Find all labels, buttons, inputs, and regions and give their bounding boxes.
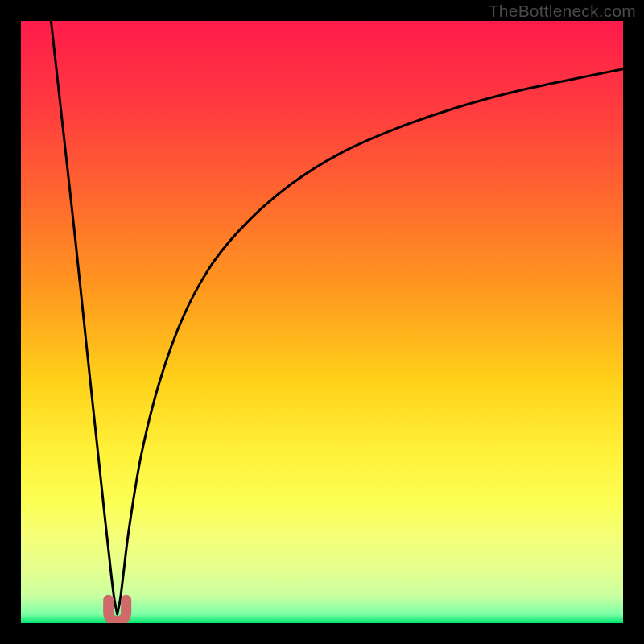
watermark-text: TheBottleneck.com <box>489 2 636 21</box>
chart-frame: TheBottleneck.com <box>0 0 644 644</box>
optimum-marker-layer <box>21 21 623 623</box>
optimum-marker <box>109 600 126 621</box>
plot-area <box>21 21 623 623</box>
